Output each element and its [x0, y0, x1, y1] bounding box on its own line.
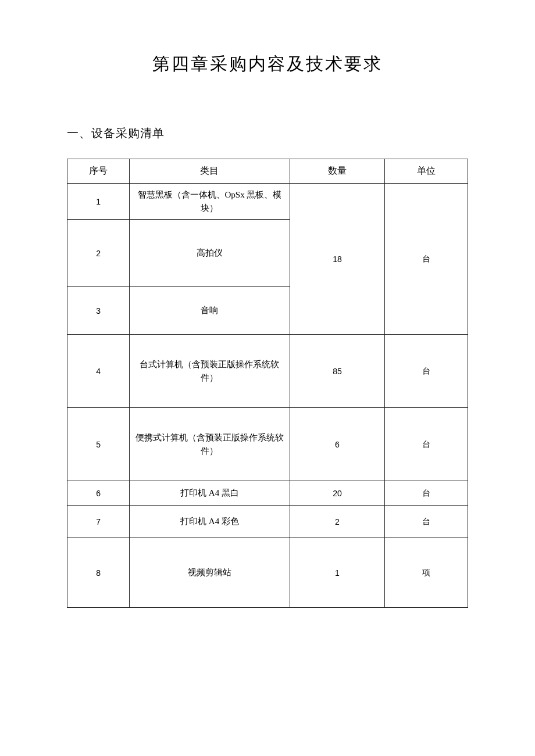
cell-unit: 台 — [385, 481, 468, 506]
cell-seq: 8 — [67, 538, 130, 608]
table-row: 5 便携式计算机（含预装正版操作系统软件） 6 台 — [67, 408, 468, 481]
procurement-table: 序号 类目 数量 单位 1 智慧黑板（含一体机、OpSx 黑板、模块） 18 台… — [67, 159, 468, 608]
table-row: 8 视频剪辑站 1 项 — [67, 538, 468, 608]
cell-seq: 1 — [67, 184, 130, 220]
cell-quantity: 2 — [290, 506, 384, 538]
cell-seq: 4 — [67, 335, 130, 408]
cell-seq: 5 — [67, 408, 130, 481]
cell-seq: 7 — [67, 506, 130, 538]
cell-quantity: 1 — [290, 538, 384, 608]
table-row: 7 打印机 A4 彩色 2 台 — [67, 506, 468, 538]
table-row: 1 智慧黑板（含一体机、OpSx 黑板、模块） 18 台 — [67, 184, 468, 220]
cell-seq: 3 — [67, 287, 130, 335]
cell-unit: 项 — [385, 538, 468, 608]
section-heading: 一、设备采购清单 — [67, 126, 468, 141]
cell-category: 便携式计算机（含预装正版操作系统软件） — [130, 408, 290, 481]
cell-seq: 2 — [67, 220, 130, 287]
cell-category: 智慧黑板（含一体机、OpSx 黑板、模块） — [130, 184, 290, 220]
header-quantity: 数量 — [290, 159, 384, 184]
cell-unit: 台 — [385, 506, 468, 538]
cell-category: 打印机 A4 黑白 — [130, 481, 290, 506]
cell-unit: 台 — [385, 335, 468, 408]
header-seq: 序号 — [67, 159, 130, 184]
page-title: 第四章采购内容及技术要求 — [67, 52, 468, 76]
cell-unit: 台 — [385, 408, 468, 481]
cell-unit-merged: 台 — [385, 184, 468, 335]
table-row: 6 打印机 A4 黑白 20 台 — [67, 481, 468, 506]
cell-seq: 6 — [67, 481, 130, 506]
header-category: 类目 — [130, 159, 290, 184]
cell-category: 视频剪辑站 — [130, 538, 290, 608]
cell-category: 打印机 A4 彩色 — [130, 506, 290, 538]
table-header-row: 序号 类目 数量 单位 — [67, 159, 468, 184]
cell-quantity: 85 — [290, 335, 384, 408]
cell-quantity-merged: 18 — [290, 184, 384, 335]
cell-quantity: 6 — [290, 408, 384, 481]
cell-category: 台式计算机（含预装正版操作系统软件） — [130, 335, 290, 408]
cell-category: 音响 — [130, 287, 290, 335]
cell-category: 高拍仪 — [130, 220, 290, 287]
table-row: 4 台式计算机（含预装正版操作系统软件） 85 台 — [67, 335, 468, 408]
cell-quantity: 20 — [290, 481, 384, 506]
header-unit: 单位 — [385, 159, 468, 184]
